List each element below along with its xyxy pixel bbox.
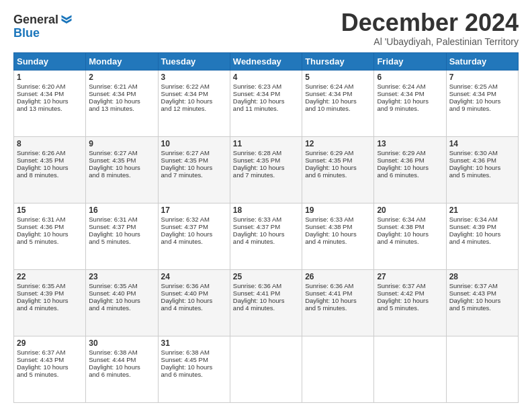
- day-info-line: and 11 minutes.: [233, 105, 299, 112]
- day-info-line: Sunset: 4:36 PM: [377, 156, 443, 164]
- day-info-line: Sunrise: 6:24 AM: [305, 83, 371, 90]
- col-header-friday: Friday: [374, 53, 446, 71]
- day-info-line: Sunrise: 6:38 AM: [89, 349, 154, 356]
- day-info-line: and 13 minutes.: [89, 105, 154, 112]
- calendar-header-row: SundayMondayTuesdayWednesdayThursdayFrid…: [14, 53, 519, 71]
- day-number: 20: [377, 205, 443, 215]
- calendar-cell: 29Sunrise: 6:37 AMSunset: 4:43 PMDayligh…: [14, 336, 86, 403]
- day-number: 16: [89, 205, 154, 215]
- day-info-line: Sunrise: 6:27 AM: [89, 149, 154, 156]
- day-number: 4: [233, 73, 299, 82]
- calendar-cell: 10Sunrise: 6:27 AMSunset: 4:35 PMDayligh…: [158, 137, 230, 203]
- day-info-line: Sunrise: 6:30 AM: [449, 149, 515, 156]
- day-info-line: Sunset: 4:37 PM: [89, 223, 154, 230]
- calendar-cell: 11Sunrise: 6:28 AMSunset: 4:35 PMDayligh…: [230, 137, 302, 203]
- calendar-cell: 26Sunrise: 6:36 AMSunset: 4:41 PMDayligh…: [302, 270, 374, 336]
- day-info-line: Sunrise: 6:20 AM: [17, 83, 83, 90]
- calendar-cell: 28Sunrise: 6:37 AMSunset: 4:43 PMDayligh…: [446, 270, 518, 336]
- day-info-line: Daylight: 10 hours: [305, 230, 371, 238]
- calendar-cell: 1Sunrise: 6:20 AMSunset: 4:34 PMDaylight…: [14, 71, 86, 137]
- day-number: 24: [161, 272, 227, 281]
- day-number: 12: [305, 139, 371, 148]
- header: General Blue December 2024 Al 'Ubaydiyah…: [13, 11, 519, 47]
- day-info-line: Sunset: 4:45 PM: [161, 356, 227, 363]
- day-info-line: and 13 minutes.: [17, 105, 83, 112]
- day-info-line: Daylight: 10 hours: [377, 230, 443, 238]
- day-info-line: Sunset: 4:44 PM: [89, 356, 154, 363]
- day-info-line: Daylight: 10 hours: [89, 297, 154, 304]
- day-info-line: Sunset: 4:39 PM: [17, 289, 83, 297]
- day-info-line: Sunrise: 6:26 AM: [17, 149, 83, 156]
- day-info-line: Sunset: 4:39 PM: [449, 223, 515, 230]
- calendar-cell: 19Sunrise: 6:33 AMSunset: 4:38 PMDayligh…: [302, 203, 374, 270]
- day-info-line: Daylight: 10 hours: [89, 164, 154, 171]
- day-number: 27: [377, 272, 443, 281]
- day-number: 26: [305, 272, 371, 281]
- day-info-line: and 4 minutes.: [89, 304, 154, 312]
- day-number: 29: [17, 338, 83, 348]
- day-info-line: and 4 minutes.: [233, 238, 299, 245]
- day-info-line: Sunset: 4:34 PM: [449, 90, 515, 97]
- location: Al 'Ubaydiyah, Palestinian Territory: [341, 36, 519, 47]
- day-info-line: Sunset: 4:40 PM: [89, 289, 154, 297]
- day-info-line: Sunrise: 6:28 AM: [233, 149, 299, 156]
- day-number: 13: [377, 139, 443, 148]
- col-header-sunday: Sunday: [14, 53, 86, 71]
- day-info-line: Sunrise: 6:21 AM: [89, 83, 154, 90]
- day-info-line: Daylight: 10 hours: [449, 230, 515, 238]
- day-number: 3: [161, 73, 227, 82]
- week-row-3: 15Sunrise: 6:31 AMSunset: 4:36 PMDayligh…: [14, 203, 519, 270]
- day-number: 14: [449, 139, 515, 148]
- day-info-line: Sunset: 4:34 PM: [89, 90, 154, 97]
- day-number: 22: [17, 272, 83, 281]
- day-info-line: Sunrise: 6:37 AM: [17, 349, 83, 356]
- day-info-line: Daylight: 10 hours: [233, 230, 299, 238]
- calendar-cell: [446, 336, 518, 403]
- day-info-line: Daylight: 10 hours: [449, 297, 515, 304]
- day-info-line: Daylight: 10 hours: [89, 97, 154, 105]
- day-info-line: Daylight: 10 hours: [305, 297, 371, 304]
- day-number: 8: [17, 139, 83, 148]
- day-number: 23: [89, 272, 154, 281]
- day-info-line: and 5 minutes.: [449, 304, 515, 312]
- day-info-line: Sunrise: 6:36 AM: [161, 282, 227, 289]
- day-info-line: and 7 minutes.: [233, 171, 299, 179]
- day-info-line: Sunset: 4:43 PM: [17, 356, 83, 363]
- calendar-body: 1Sunrise: 6:20 AMSunset: 4:34 PMDaylight…: [14, 71, 519, 403]
- day-info-line: and 5 minutes.: [89, 238, 154, 245]
- day-info-line: Sunrise: 6:37 AM: [449, 282, 515, 289]
- day-info-line: Sunrise: 6:33 AM: [233, 216, 299, 223]
- day-info-line: Sunrise: 6:36 AM: [305, 282, 371, 289]
- day-info-line: Sunset: 4:38 PM: [377, 223, 443, 230]
- day-info-line: and 10 minutes.: [305, 105, 371, 112]
- day-info-line: Daylight: 10 hours: [161, 230, 227, 238]
- day-info-line: Sunset: 4:43 PM: [449, 289, 515, 297]
- day-info-line: Sunset: 4:37 PM: [233, 223, 299, 230]
- day-info-line: Sunrise: 6:31 AM: [89, 216, 154, 223]
- calendar-cell: 15Sunrise: 6:31 AMSunset: 4:36 PMDayligh…: [14, 203, 86, 270]
- day-info-line: and 9 minutes.: [449, 105, 515, 112]
- calendar-cell: 31Sunrise: 6:38 AMSunset: 4:45 PMDayligh…: [158, 336, 230, 403]
- logo-text-blue: Blue: [13, 26, 40, 40]
- day-info-line: Sunset: 4:35 PM: [305, 156, 371, 164]
- day-number: 31: [161, 338, 227, 348]
- day-number: 2: [89, 73, 154, 82]
- week-row-1: 1Sunrise: 6:20 AMSunset: 4:34 PMDaylight…: [14, 71, 519, 137]
- day-number: 21: [449, 205, 515, 215]
- calendar-cell: 9Sunrise: 6:27 AMSunset: 4:35 PMDaylight…: [86, 137, 158, 203]
- day-number: 15: [17, 205, 83, 215]
- calendar-cell: 2Sunrise: 6:21 AMSunset: 4:34 PMDaylight…: [86, 71, 158, 137]
- day-info-line: Sunrise: 6:38 AM: [161, 349, 227, 356]
- calendar-cell: 12Sunrise: 6:29 AMSunset: 4:35 PMDayligh…: [302, 137, 374, 203]
- day-info-line: Sunset: 4:35 PM: [233, 156, 299, 164]
- day-info-line: Sunset: 4:38 PM: [305, 223, 371, 230]
- day-info-line: Sunrise: 6:29 AM: [305, 149, 371, 156]
- day-info-line: Sunset: 4:35 PM: [17, 156, 83, 164]
- day-info-line: Sunrise: 6:36 AM: [233, 282, 299, 289]
- day-info-line: Sunrise: 6:22 AM: [161, 83, 227, 90]
- day-info-line: and 4 minutes.: [233, 304, 299, 312]
- day-info-line: Daylight: 10 hours: [449, 164, 515, 171]
- day-info-line: and 6 minutes.: [305, 171, 371, 179]
- day-info-line: Sunset: 4:34 PM: [305, 90, 371, 97]
- day-number: 25: [233, 272, 299, 281]
